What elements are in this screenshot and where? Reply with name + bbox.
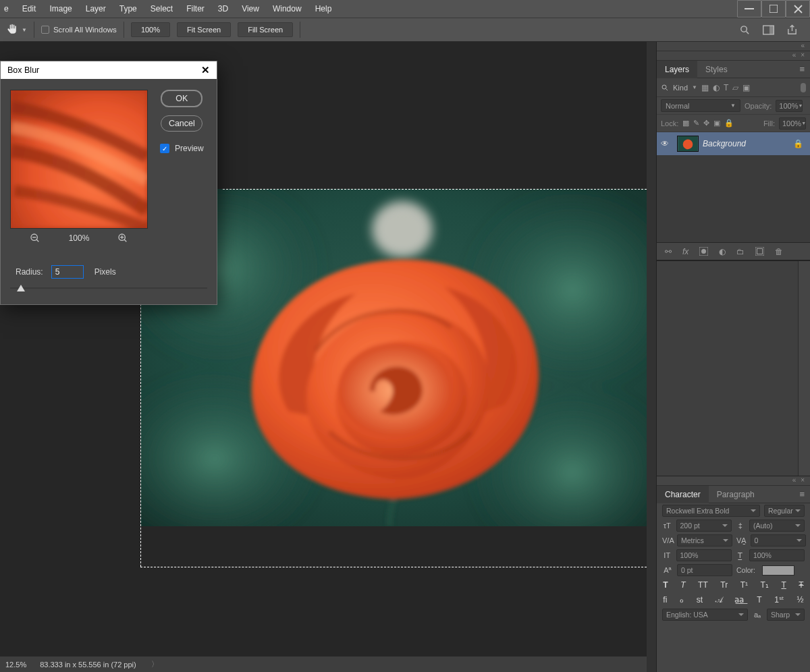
panel-collapse-icon[interactable]: « bbox=[657, 42, 810, 51]
strike-button[interactable]: Ŧ bbox=[799, 580, 803, 590]
antialias-select[interactable]: Sharp bbox=[767, 609, 805, 621]
visibility-eye-icon[interactable]: 👁 bbox=[657, 139, 673, 148]
group-icon[interactable]: 🗀 bbox=[736, 247, 745, 256]
ok-button[interactable]: OK bbox=[161, 90, 202, 107]
panel-menu-icon[interactable]: ≡ bbox=[799, 64, 805, 74]
menu-item-image[interactable]: Image bbox=[43, 0, 78, 18]
menu-item-3d[interactable]: 3D bbox=[211, 0, 235, 18]
lock-artboard-icon[interactable]: ▣ bbox=[713, 119, 720, 128]
scroll-all-windows-checkbox[interactable]: Scroll All Windows bbox=[41, 26, 117, 34]
layer-mask-icon[interactable] bbox=[699, 247, 708, 256]
ligatures-button[interactable]: fi bbox=[663, 595, 667, 605]
superscript-button[interactable]: T¹ bbox=[740, 580, 748, 590]
zoom-in-icon[interactable] bbox=[117, 233, 128, 244]
menu-item-window[interactable]: Window bbox=[266, 0, 308, 18]
opacity-field[interactable]: 100%▼ bbox=[776, 100, 803, 112]
fit-screen-button[interactable]: Fit Screen bbox=[177, 22, 231, 37]
subscript-button[interactable]: T₁ bbox=[761, 580, 769, 590]
search-icon[interactable] bbox=[739, 24, 751, 36]
layer-filter-kind[interactable]: Kind▼ bbox=[661, 84, 697, 92]
tab-character[interactable]: Character bbox=[657, 486, 709, 503]
faux-italic-button[interactable]: T bbox=[680, 580, 685, 590]
underline-button[interactable]: T bbox=[781, 580, 786, 590]
all-caps-button[interactable]: TT bbox=[698, 580, 708, 590]
menu-item-view[interactable]: View bbox=[235, 0, 266, 18]
svg-rect-4 bbox=[770, 26, 774, 34]
menu-item-filter[interactable]: Filter bbox=[180, 0, 211, 18]
layer-row-background[interactable]: 👁 Background 🔒 bbox=[657, 132, 810, 155]
fill-field[interactable]: 100%▼ bbox=[779, 117, 806, 130]
workspace-icon[interactable] bbox=[763, 25, 774, 35]
tab-styles[interactable]: Styles bbox=[697, 61, 736, 78]
titling-alt-button[interactable]: T bbox=[757, 595, 761, 605]
trash-icon[interactable]: 🗑 bbox=[775, 247, 783, 256]
stylistic-alt-button[interactable]: a͟a͟ bbox=[734, 595, 744, 605]
text-color-swatch[interactable] bbox=[762, 565, 794, 576]
panel-collapse-icon[interactable]: « × bbox=[657, 476, 810, 486]
contextual-alt-button[interactable]: ℴ bbox=[680, 595, 684, 605]
baseline-field[interactable]: 0 pt bbox=[677, 564, 732, 576]
small-caps-button[interactable]: Tr bbox=[720, 580, 728, 590]
blend-mode-select[interactable]: Normal▼ bbox=[661, 99, 740, 112]
swash-button[interactable]: 𝒜 bbox=[716, 595, 722, 605]
tab-layers[interactable]: Layers bbox=[657, 61, 697, 78]
window-minimize-icon[interactable] bbox=[737, 0, 761, 18]
radius-input[interactable] bbox=[51, 265, 84, 279]
dialog-close-icon[interactable]: ✕ bbox=[201, 64, 210, 76]
font-family-select[interactable]: Rockwell Extra Bold bbox=[662, 505, 760, 517]
faux-bold-button[interactable]: T bbox=[663, 580, 668, 590]
panel-menu-icon[interactable]: ≡ bbox=[799, 489, 805, 499]
language-select[interactable]: English: USA bbox=[662, 609, 748, 621]
ordinals-button[interactable]: 1ˢᵗ bbox=[774, 595, 784, 605]
fill-screen-button[interactable]: Fill Screen bbox=[238, 22, 293, 37]
radius-slider[interactable] bbox=[10, 283, 207, 293]
dialog-titlebar[interactable]: Box Blur ✕ bbox=[1, 61, 217, 79]
fractions-button[interactable]: ½ bbox=[797, 595, 804, 605]
hscale-field[interactable]: 100% bbox=[749, 549, 805, 561]
menu-item-type[interactable]: Type bbox=[113, 0, 144, 18]
discretionary-lig-button[interactable]: st bbox=[697, 595, 703, 605]
menu-item-e[interactable]: e bbox=[0, 0, 16, 18]
vscale-field[interactable]: 100% bbox=[676, 549, 732, 561]
filter-toggle[interactable] bbox=[801, 83, 806, 92]
font-style-select[interactable]: Regular bbox=[764, 505, 805, 517]
tracking-field[interactable]: 0 bbox=[751, 534, 806, 547]
window-close-icon[interactable] bbox=[786, 0, 810, 18]
preview-checkbox[interactable]: ✓ Preview bbox=[160, 144, 204, 153]
leading-field[interactable]: (Auto) bbox=[749, 520, 805, 532]
cancel-button[interactable]: Cancel bbox=[161, 115, 202, 132]
status-doc-info[interactable]: 83.333 in x 55.556 in (72 ppi) 〉 bbox=[40, 659, 159, 669]
window-maximize-icon[interactable] bbox=[761, 0, 786, 18]
zoom-100-button[interactable]: 100% bbox=[131, 22, 170, 37]
filter-smart-icon[interactable]: ▣ bbox=[742, 83, 750, 92]
selection-marquee bbox=[223, 189, 647, 190]
zoom-out-icon[interactable] bbox=[30, 233, 40, 244]
link-layers-icon[interactable]: ⚯ bbox=[665, 247, 672, 256]
slider-thumb-icon[interactable] bbox=[17, 285, 25, 291]
layer-fx-icon[interactable]: fx bbox=[682, 247, 688, 256]
layer-lock-icon[interactable]: 🔒 bbox=[793, 139, 803, 148]
menu-item-edit[interactable]: Edit bbox=[16, 0, 43, 18]
lock-move-icon[interactable]: ✥ bbox=[703, 119, 709, 128]
layer-name[interactable]: Background bbox=[703, 139, 793, 148]
tab-paragraph[interactable]: Paragraph bbox=[709, 486, 763, 503]
lock-all-icon[interactable]: 🔒 bbox=[724, 119, 734, 128]
status-zoom[interactable]: 12.5% bbox=[5, 661, 26, 669]
lock-brush-icon[interactable]: ✎ bbox=[693, 119, 699, 128]
hand-tool-icon[interactable]: ▼ bbox=[5, 23, 27, 36]
menu-item-layer[interactable]: Layer bbox=[79, 0, 113, 18]
lock-transparent-icon[interactable]: ▩ bbox=[682, 119, 689, 128]
share-icon[interactable] bbox=[786, 24, 798, 36]
menu-item-help[interactable]: Help bbox=[308, 0, 339, 18]
filter-adjust-icon[interactable]: ◐ bbox=[713, 83, 720, 92]
panel-collapse-icon[interactable]: « × bbox=[657, 51, 810, 61]
menu-item-select[interactable]: Select bbox=[144, 0, 180, 18]
new-layer-icon[interactable] bbox=[755, 247, 764, 256]
kerning-field[interactable]: Metrics bbox=[677, 534, 732, 547]
dialog-preview-image[interactable] bbox=[10, 90, 148, 229]
adjustment-layer-icon[interactable]: ◐ bbox=[719, 247, 726, 256]
filter-type-icon[interactable]: T bbox=[724, 83, 728, 92]
filter-shape-icon[interactable]: ▱ bbox=[732, 83, 738, 92]
filter-pixel-icon[interactable]: ▦ bbox=[701, 83, 709, 92]
font-size-field[interactable]: 200 pt bbox=[676, 520, 732, 532]
